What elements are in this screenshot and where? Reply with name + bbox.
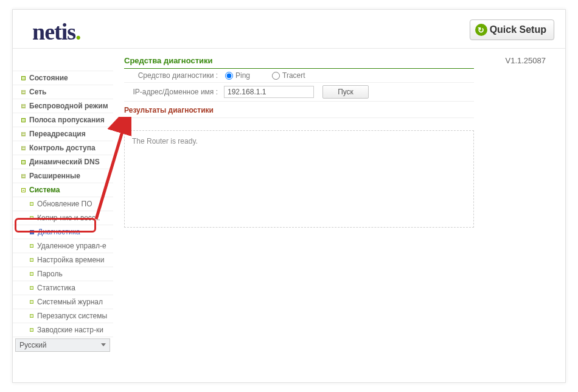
row-tool: Средство диагностики : Ping Tracert: [124, 69, 474, 83]
sidebar-item-network[interactable]: Сеть: [13, 85, 113, 99]
square-icon: [30, 286, 33, 290]
language-value: Русский: [19, 341, 47, 349]
square-icon: [30, 258, 33, 262]
radio-tracert[interactable]: Tracert: [272, 71, 305, 80]
sidebar-item-label: Настройка времени: [37, 255, 104, 265]
sidebar-item-label: Переадресация: [29, 129, 86, 139]
sidebar-item-access-control[interactable]: Контроль доступа: [13, 141, 113, 155]
sidebar-item-label: Контроль доступа: [29, 143, 96, 153]
sidebar-item-label: Полоса пропускания: [29, 115, 105, 125]
sidebar-item-label: Системный журнал: [37, 297, 103, 307]
square-icon: [30, 244, 33, 248]
radio-tracert-input[interactable]: [272, 72, 280, 80]
square-filled-icon: [30, 230, 34, 234]
sidebar-item-label: Система: [29, 185, 60, 195]
ip-label: IP-адрес/Доменное имя :: [124, 88, 221, 96]
square-icon: [30, 272, 33, 276]
sidebar-sub-firmware[interactable]: Обновление ПО: [13, 197, 113, 211]
result-text: The Router is ready.: [132, 137, 198, 145]
language-select[interactable]: Русский: [15, 338, 110, 352]
logo-dot-icon: .: [75, 19, 81, 44]
square-icon: [30, 202, 33, 206]
quick-setup-button[interactable]: ↻ Quick Setup: [470, 19, 554, 40]
sidebar-sub-syslog[interactable]: Системный журнал: [13, 295, 113, 309]
sidebar-sub-password[interactable]: Пароль: [13, 267, 113, 281]
result-box: The Router is ready.: [124, 130, 474, 228]
sidebar-item-status[interactable]: Состояние: [13, 71, 113, 85]
sidebar-item-label: Перезапуск системы: [37, 311, 107, 321]
result-title: Результаты диагностики: [124, 103, 474, 118]
sidebar-item-label: Удаленное управл-е: [37, 241, 106, 251]
start-button[interactable]: Пуск: [322, 85, 369, 99]
logo-text: netis: [32, 19, 75, 44]
chevron-down-icon: [101, 343, 106, 346]
header: netis. ↻ Quick Setup: [13, 10, 565, 49]
sidebar-item-label: Пароль: [37, 269, 63, 279]
sidebar-item-label: Заводские настр-ки: [37, 325, 103, 335]
sidebar-item-wireless[interactable]: Беспроводной режим: [13, 99, 113, 113]
sidebar-item-label: Сеть: [29, 87, 46, 97]
sidebar-item-label: Состояние: [29, 73, 68, 83]
grid-icon: [21, 104, 26, 108]
main-content: Средства диагностики Средство диагностик…: [113, 49, 565, 382]
grid-icon: [21, 174, 26, 178]
logo: netis.: [32, 18, 81, 45]
sidebar-item-system[interactable]: Система: [13, 183, 113, 197]
grid-icon: [21, 132, 26, 136]
sidebar-sub-remote[interactable]: Удаленное управл-е: [13, 239, 113, 253]
sidebar-sub-diagnostics[interactable]: Диагностика: [13, 225, 113, 239]
grid-icon: [21, 146, 26, 150]
plus-icon: [21, 118, 26, 122]
sidebar-sub-time[interactable]: Настройка времени: [13, 253, 113, 267]
sidebar-sub-statistics[interactable]: Статистика: [13, 281, 113, 295]
section-title: Средства диагностики: [124, 54, 474, 69]
sidebar-item-forwarding[interactable]: Переадресация: [13, 127, 113, 141]
sidebar-item-ddns[interactable]: Динамический DNS: [13, 155, 113, 169]
sidebar-item-label: Обновление ПО: [37, 199, 92, 209]
sidebar-item-label: Динамический DNS: [29, 157, 100, 167]
sidebar-item-bandwidth[interactable]: Полоса пропускания: [13, 113, 113, 127]
sidebar-sub-backup[interactable]: Копир-ние и восст.: [13, 211, 113, 225]
row-ip: IP-адрес/Доменное имя : Пуск: [124, 83, 474, 102]
quick-setup-label: Quick Setup: [490, 24, 546, 35]
sidebar-item-label: Диагностика: [38, 227, 80, 237]
sidebar-item-label: Статистика: [37, 283, 75, 293]
sidebar: Состояние Сеть Беспроводной режим Полоса…: [13, 49, 113, 382]
sidebar-sub-reboot[interactable]: Перезапуск системы: [13, 309, 113, 323]
minus-icon: [21, 188, 26, 192]
sidebar-item-label: Расширенные: [29, 171, 80, 181]
ip-input[interactable]: [224, 86, 314, 98]
sidebar-item-label: Копир-ние и восст.: [37, 213, 100, 223]
grid-icon: [21, 90, 26, 94]
plus-icon: [21, 76, 26, 80]
sidebar-item-label: Беспроводной режим: [29, 101, 108, 111]
square-icon: [30, 328, 33, 332]
radio-ping[interactable]: Ping: [225, 71, 250, 80]
tool-label: Средство диагностики :: [124, 71, 221, 80]
sidebar-sub-factory[interactable]: Заводские настр-ки: [13, 323, 113, 337]
radio-tracert-label: Tracert: [282, 71, 305, 80]
square-icon: [30, 300, 33, 304]
sidebar-item-advanced[interactable]: Расширенные: [13, 169, 113, 183]
square-icon: [30, 216, 33, 220]
radio-ping-label: Ping: [235, 71, 250, 80]
radio-ping-input[interactable]: [225, 72, 233, 80]
plus-icon: [21, 160, 26, 164]
refresh-circle-icon: ↻: [475, 24, 487, 36]
square-icon: [30, 314, 33, 318]
